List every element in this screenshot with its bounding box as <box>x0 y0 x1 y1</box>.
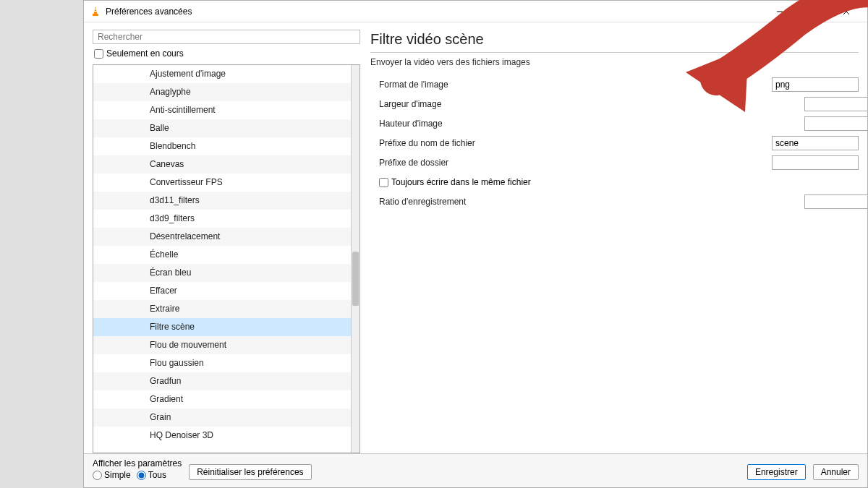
body-area: Seulement en cours Ajustement d'imageAna… <box>84 22 867 453</box>
input-image-height[interactable] <box>804 116 867 131</box>
footer: Afficher les paramètres Simple Tous Réin… <box>84 453 867 487</box>
tree-item[interactable]: Ajustement d'image <box>93 65 351 83</box>
row-image-height: Hauteur d'image ▲▼ <box>370 115 859 132</box>
tree-item[interactable]: Balle <box>93 119 351 137</box>
tree-item[interactable]: Flou gaussien <box>93 354 351 372</box>
cancel-button[interactable]: Annuler <box>813 464 859 480</box>
only-current-label: Seulement en cours <box>106 48 184 59</box>
row-recording-ratio: Ratio d'enregistrement ▲▼ <box>370 193 859 210</box>
radio-simple[interactable] <box>93 471 102 480</box>
preferences-window: Préférences avancées Seulement en cours … <box>83 0 868 488</box>
tree-item[interactable]: d3d11_filters <box>93 192 351 210</box>
maximize-button[interactable] <box>796 1 830 22</box>
tree-item[interactable]: Effacer <box>93 282 351 300</box>
settings-panel: Filtre vidéo scène Envoyer la vidéo vers… <box>370 30 859 453</box>
tree-item[interactable]: Grain <box>93 408 351 427</box>
minimize-button[interactable] <box>763 1 796 22</box>
row-always-write[interactable]: Toujours écrire dans le même fichier <box>370 174 859 191</box>
tree-item[interactable]: Flou de mouvement <box>93 336 351 354</box>
panel-subtitle: Envoyer la vidéo vers des fichiers image… <box>370 57 859 76</box>
show-params-group: Afficher les paramètres Simple Tous <box>93 458 182 480</box>
radio-simple-label[interactable]: Simple <box>93 470 131 480</box>
label-filename-prefix: Préfixe du nom de fichier <box>379 138 772 148</box>
tree-item[interactable]: Gradfun <box>93 372 351 390</box>
row-image-width: Largeur d'image ▲▼ <box>370 95 859 113</box>
input-folder-prefix[interactable] <box>772 155 859 170</box>
reset-button[interactable]: Réinitialiser les préférences <box>189 464 311 480</box>
tree-item[interactable]: Extraire <box>93 300 351 318</box>
tree-item[interactable]: Échelle <box>93 246 351 264</box>
tree-scrollbar[interactable] <box>351 65 359 453</box>
tree-item[interactable]: Canevas <box>93 155 351 174</box>
tree-item[interactable]: Gradient <box>93 390 351 408</box>
label-recording-ratio: Ratio d'enregistrement <box>379 197 804 207</box>
svg-rect-1 <box>94 9 97 9</box>
only-current-checkbox[interactable]: Seulement en cours <box>93 47 360 61</box>
tree-item[interactable]: d3d9_filters <box>93 210 351 228</box>
close-button[interactable] <box>830 1 863 22</box>
tree-item[interactable]: Anaglyphe <box>93 83 351 101</box>
svg-rect-2 <box>94 11 98 12</box>
label-image-height: Hauteur d'image <box>379 119 804 129</box>
tree-item[interactable]: Désentrelacement <box>93 228 351 246</box>
titlebar: Préférences avancées <box>84 1 867 22</box>
show-params-caption: Afficher les paramètres <box>93 458 182 468</box>
save-button[interactable]: Enregistrer <box>747 464 806 480</box>
sidebar: Seulement en cours Ajustement d'imageAna… <box>93 30 360 453</box>
only-current-check[interactable] <box>94 49 103 59</box>
spin-image-height[interactable]: ▲▼ <box>804 116 859 131</box>
search-input[interactable] <box>93 30 360 44</box>
spin-image-width[interactable]: ▲▼ <box>804 97 859 111</box>
tree-item[interactable]: Blendbench <box>93 137 351 155</box>
spin-recording-ratio[interactable]: ▲▼ <box>804 194 859 209</box>
row-filename-prefix: Préfixe du nom de fichier <box>370 134 859 152</box>
checkbox-always-write[interactable] <box>379 178 388 187</box>
panel-divider <box>370 52 859 53</box>
tree-item[interactable]: Écran bleu <box>93 264 351 282</box>
window-title: Préférences avancées <box>106 7 763 17</box>
radio-all-label[interactable]: Tous <box>137 470 166 480</box>
label-image-format: Format de l'image <box>379 80 772 90</box>
scrollbar-thumb[interactable] <box>352 252 359 306</box>
label-folder-prefix: Préfixe de dossier <box>379 158 772 168</box>
tree-item[interactable]: Convertisseur FPS <box>93 174 351 192</box>
tree-list[interactable]: Ajustement d'imageAnaglypheAnti-scintill… <box>93 65 351 453</box>
label-image-width: Largeur d'image <box>379 99 804 109</box>
input-image-format[interactable] <box>772 77 859 92</box>
panel-title: Filtre vidéo scène <box>370 31 859 52</box>
input-image-width[interactable] <box>804 97 867 111</box>
row-image-format: Format de l'image <box>370 76 859 93</box>
label-always-write: Toujours écrire dans le même fichier <box>391 177 531 187</box>
tree-item[interactable]: Anti-scintillement <box>93 101 351 119</box>
input-filename-prefix[interactable] <box>772 136 859 150</box>
tree-item[interactable]: HQ Denoiser 3D <box>93 427 351 445</box>
svg-rect-0 <box>93 14 98 16</box>
window-controls <box>763 1 863 22</box>
row-folder-prefix: Préfixe de dossier <box>370 154 859 171</box>
radio-all[interactable] <box>137 471 146 480</box>
tree-item[interactable]: Filtre scène <box>93 318 351 336</box>
tree-container: Ajustement d'imageAnaglypheAnti-scintill… <box>93 64 360 453</box>
input-recording-ratio[interactable] <box>804 194 867 209</box>
vlc-cone-icon <box>90 6 101 17</box>
svg-rect-4 <box>810 9 816 14</box>
